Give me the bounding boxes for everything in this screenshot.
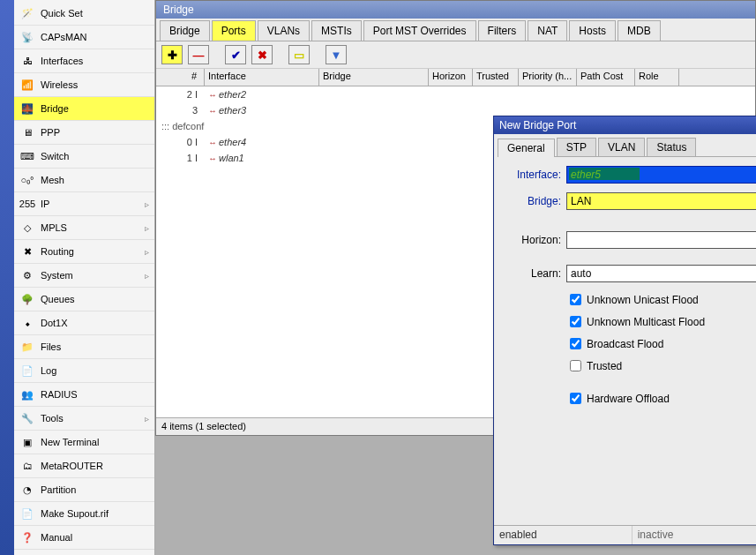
dialog-form: Interface: ether5 ▾ Bridge: LAN ▾ [498,157,756,421]
dialog-tab-status[interactable]: Status [647,138,696,156]
broadcast-label: Broadcast Flood [587,338,663,350]
interface-field[interactable]: ether5 [566,166,756,184]
sidebar-item-queues[interactable]: 🌳Queues [14,288,154,311]
sidebar-item-wireless[interactable]: 📶Wireless [14,73,154,97]
dialog-tab-general[interactable]: General [498,139,555,157]
sidebar-item-bridge[interactable]: 🌉Bridge [14,97,154,121]
col-pathcost[interactable]: Path Cost [577,69,635,86]
sidebar-item-files[interactable]: 📁Files [14,335,154,359]
supout-icon: 📄 [19,506,35,521]
tab-bridge[interactable]: Bridge [160,20,210,41]
dialog-tab-stp[interactable]: STP [557,138,596,156]
enable-button[interactable]: ✔ [225,45,246,64]
unknown-multicast-checkbox[interactable] [570,316,581,327]
sidebar-item-new-terminal[interactable]: ▣New Terminal [14,431,154,454]
sidebar-item-label: Files [41,341,149,352]
wand-icon: 🪄 [19,6,35,20]
learn-label: Learn: [503,267,561,280]
dialog-status-bar: enabled inactive Hw. Offload [494,525,756,544]
sidebar-item-quick-set[interactable]: 🪄Quick Set [14,2,154,26]
new-bridge-port-dialog: New Bridge Port □ ✕ GeneralSTPVLANStatus… [493,116,756,545]
col-trusted[interactable]: Trusted [473,69,519,86]
col-role[interactable]: Role [635,69,679,86]
sidebar-item-system[interactable]: ⚙System▹ [14,264,154,288]
bridge-icon: 🌉 [19,101,35,116]
table-row[interactable]: 2 Iether2 [156,86,755,102]
col-interface[interactable]: Interface [205,69,319,86]
wifi-icon: 📶 [19,78,35,92]
folder-icon: 📁 [19,340,35,354]
sidebar-item-manual[interactable]: ❓Manual [14,526,154,550]
dialog-title-bar[interactable]: New Bridge Port □ ✕ [494,116,756,134]
col-bridge[interactable]: Bridge [319,69,429,86]
sidebar-item-label: Partition [41,484,149,495]
disable-button[interactable]: ✖ [251,45,273,64]
dialog-tab-vlan[interactable]: VLAN [598,138,645,156]
horizon-field[interactable] [566,231,756,249]
trusted-checkbox[interactable] [570,360,581,371]
sidebar-item-ip[interactable]: 255IP▹ [14,192,154,216]
sidebar-item-partition[interactable]: ◔Partition [14,478,154,502]
broadcast-checkbox[interactable] [570,338,581,349]
submenu-icon: ▹ [145,199,149,209]
tab-hosts[interactable]: Hosts [569,20,616,41]
sidebar-item-routing[interactable]: ✖Routing▹ [14,240,154,264]
tab-nat[interactable]: NAT [528,20,567,41]
bridge-field[interactable]: LAN [566,192,756,210]
ip-icon: 255 [19,197,35,211]
gear-icon: ⚙ [19,268,35,282]
main-area: Bridge BridgePortsVLANsMSTIsPort MST Ove… [155,0,756,555]
remove-button[interactable]: — [188,45,209,64]
col-num[interactable]: # [156,69,205,86]
sidebar-item-label: IP [41,199,149,209]
sidebar-item-ppp[interactable]: 🖥PPP [14,121,154,145]
add-button[interactable]: ✚ [161,45,183,64]
sidebar-item-switch[interactable]: ⌨Switch [14,145,154,169]
sidebar-item-label: Log [41,365,149,376]
hw-offload-label: Hardware Offload [587,393,670,405]
sidebar-item-mesh[interactable]: ○₀°Mesh [14,169,154,192]
sidebar-item-label: RADIUS [41,389,149,400]
sidebar-item-label: Quick Set [41,8,149,19]
log-icon: 📄 [19,364,35,378]
manual-icon: ❓ [19,530,35,544]
dot1x-icon: ⬥ [19,316,35,330]
tab-mdb[interactable]: MDB [618,20,661,41]
unknown-unicast-checkbox[interactable] [570,294,581,305]
sidebar-item-label: Bridge [41,103,149,114]
hw-offload-checkbox[interactable] [570,393,581,404]
sidebar-item-label: CAPsMAN [41,32,149,42]
mesh-icon: ○₀° [19,173,35,187]
dialog-title: New Bridge Port [499,119,576,131]
nic-icon: 🖧 [19,54,35,68]
tab-filters[interactable]: Filters [478,20,527,41]
tree-icon: 🌳 [19,292,35,306]
sidebar-item-capsman[interactable]: 📡CAPsMAN [14,26,154,49]
sidebar-item-mpls[interactable]: ◇MPLS▹ [14,216,154,240]
learn-field[interactable]: auto [566,265,756,282]
sidebar: 🪄Quick Set📡CAPsMAN🖧Interfaces📶Wireless🌉B… [14,0,155,555]
unknown-multicast-label: Unknown Multicast Flood [587,316,705,328]
sidebar-item-interfaces[interactable]: 🖧Interfaces [14,49,154,73]
tab-vlans[interactable]: VLANs [258,20,310,41]
status-inactive: inactive [632,526,756,544]
submenu-icon: ▹ [145,223,149,233]
partition-icon: ◔ [19,483,35,497]
sidebar-item-radius[interactable]: 👥RADIUS [14,383,154,407]
tab-ports[interactable]: Ports [212,20,256,41]
sidebar-item-dot1x[interactable]: ⬥Dot1X [14,311,154,335]
sidebar-item-label: Tools [41,413,149,424]
comment-button[interactable]: ▭ [288,45,310,64]
tab-port-mst-overrides[interactable]: Port MST Overrides [363,20,476,41]
tab-mstis[interactable]: MSTIs [311,20,362,41]
switch-icon: ⌨ [19,149,35,163]
sidebar-item-metarouter[interactable]: 🗂MetaROUTER [14,454,154,478]
filter-button[interactable]: ▼ [326,45,347,64]
col-priority[interactable]: Priority (h... [519,69,577,86]
sidebar-item-label: PPP [41,127,149,138]
bridge-window-title: Bridge [156,1,755,19]
sidebar-item-make-supout-rif[interactable]: 📄Make Supout.rif [14,502,154,526]
sidebar-item-tools[interactable]: 🔧Tools▹ [14,407,154,431]
col-horizon[interactable]: Horizon [429,69,473,86]
sidebar-item-log[interactable]: 📄Log [14,359,154,383]
